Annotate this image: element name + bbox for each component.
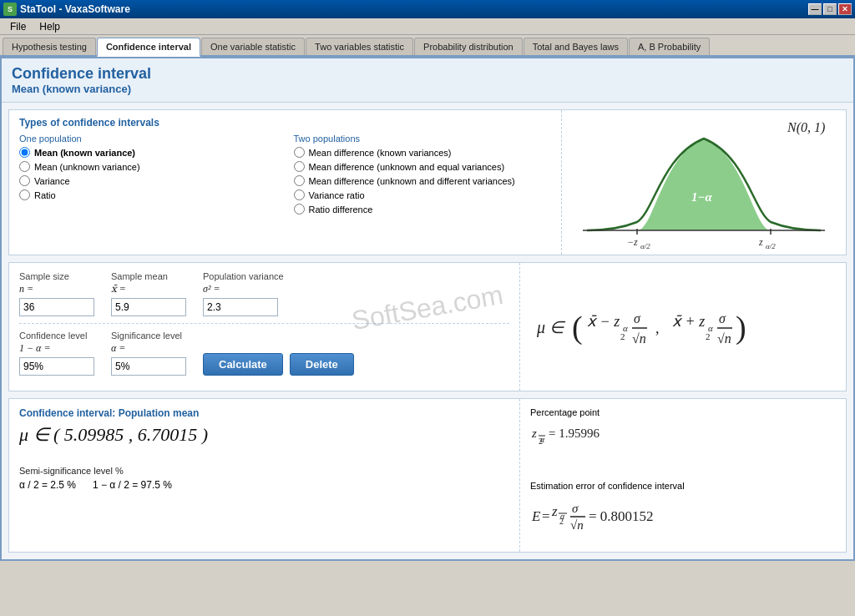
- normal-distribution-chart: N(0, 1) 1−α: [562, 110, 846, 255]
- radio-mean-unknown-variance[interactable]: Mean (unknown variance): [19, 161, 277, 172]
- tab-two-variables[interactable]: Two variables statistic: [306, 38, 413, 55]
- radio-mean-diff-unknown-equal[interactable]: Mean difference (unknown and equal varia…: [294, 161, 552, 172]
- one-minus-alpha-half-value: 1 − α / 2 = 97.5 %: [93, 479, 172, 491]
- alpha-half-value: α / 2 = 2.5 %: [19, 479, 76, 491]
- estimation-error-formula: E = z α 2 σ √n = 0.800152: [530, 496, 836, 543]
- svg-text:x̄ − z: x̄ − z: [587, 313, 620, 330]
- radio-variance[interactable]: Variance: [19, 175, 277, 186]
- tab-one-variable[interactable]: One variable statistic: [201, 38, 305, 55]
- tab-probability-distribution[interactable]: Probability distribution: [414, 38, 523, 55]
- confidence-level-label: Confidence level: [19, 331, 94, 341]
- svg-text:σ: σ: [634, 311, 641, 326]
- svg-text:σ: σ: [572, 502, 579, 515]
- svg-text:σ: σ: [719, 311, 726, 326]
- estimation-error-section: Estimation error of confidence interval …: [530, 481, 836, 543]
- radio-mean-known-variance[interactable]: Mean (known variance): [19, 147, 277, 158]
- radio-ratio-difference[interactable]: Ratio difference: [294, 204, 552, 215]
- radio-mean-diff-known[interactable]: Mean difference (known variances): [294, 147, 552, 158]
- two-populations-title: Two populations: [294, 134, 552, 144]
- svg-text:z: z: [758, 236, 763, 248]
- svg-text:2: 2: [706, 331, 711, 341]
- radio-variance-input[interactable]: [19, 175, 30, 186]
- sample-mean-sublabel: x̄ =: [111, 283, 186, 295]
- radio-mean-diff-known-input[interactable]: [294, 147, 305, 158]
- page-header: Confidence interval Mean (known variance…: [2, 58, 853, 103]
- svg-text:= 0.800152: = 0.800152: [589, 508, 654, 524]
- radio-mean-diff-unknown-equal-label: Mean difference (unknown and equal varia…: [309, 162, 505, 172]
- radio-variance-ratio[interactable]: Variance ratio: [294, 189, 552, 200]
- semi-significance-values: α / 2 = 2.5 % 1 − α / 2 = 97.5 %: [19, 479, 509, 491]
- estimation-error-label: Estimation error of confidence interval: [530, 481, 836, 491]
- svg-text:,: ,: [655, 320, 660, 336]
- svg-text:2: 2: [620, 331, 625, 341]
- svg-text:= 1.95996: = 1.95996: [549, 427, 600, 440]
- significance-level-sublabel: α =: [111, 342, 186, 355]
- delete-button[interactable]: Delete: [290, 353, 354, 376]
- svg-text:x̄ + z: x̄ + z: [672, 313, 705, 330]
- normal-dist-svg: N(0, 1) 1−α: [570, 114, 837, 251]
- results-left: Confidence interval: Population mean μ ∈…: [9, 399, 520, 552]
- svg-text:z: z: [551, 503, 558, 519]
- radio-ratio-label: Ratio: [34, 190, 56, 200]
- close-button[interactable]: ✕: [838, 3, 852, 15]
- menu-help[interactable]: Help: [33, 19, 67, 34]
- population-variance-input[interactable]: [203, 298, 278, 316]
- significance-level-input[interactable]: [111, 357, 186, 376]
- radio-ratio-input[interactable]: [19, 189, 30, 200]
- radio-mean-diff-unknown-diff[interactable]: Mean difference (unknown and different v…: [294, 175, 552, 186]
- svg-text:=: =: [542, 508, 550, 524]
- two-populations-col: Two populations Mean difference (known v…: [294, 134, 552, 218]
- tab-bar: Hypothesis testing Confidence interval O…: [0, 35, 855, 57]
- results-area: Confidence interval: Population mean μ ∈…: [8, 398, 847, 553]
- menu-file[interactable]: File: [3, 19, 33, 34]
- svg-text:N(0, 1): N(0, 1): [787, 120, 825, 135]
- sample-size-input[interactable]: [19, 298, 94, 316]
- svg-text:√n: √n: [717, 331, 731, 346]
- types-left: Types of confidence intervals One popula…: [9, 110, 562, 255]
- radio-variance-ratio-input[interactable]: [294, 189, 305, 200]
- calculate-button[interactable]: Calculate: [203, 353, 283, 376]
- radio-ratio-difference-input[interactable]: [294, 204, 305, 215]
- one-population-title: One population: [19, 134, 277, 144]
- minimize-button[interactable]: —: [808, 3, 822, 15]
- tab-hypothesis-testing[interactable]: Hypothesis testing: [3, 38, 96, 55]
- types-section-title: Types of confidence intervals: [19, 117, 551, 129]
- tab-confidence-interval[interactable]: Confidence interval: [97, 38, 200, 57]
- sample-mean-group: Sample mean x̄ =: [111, 271, 186, 316]
- confidence-level-group: Confidence level 1 − α =: [19, 331, 94, 376]
- radio-ratio[interactable]: Ratio: [19, 189, 277, 200]
- svg-text:E: E: [531, 508, 541, 524]
- svg-text:z: z: [531, 427, 537, 440]
- tab-ab-probability[interactable]: A, B Probability: [629, 38, 710, 55]
- radio-mean-diff-unknown-diff-label: Mean difference (unknown and different v…: [309, 176, 515, 186]
- radio-mean-unknown-variance-input[interactable]: [19, 161, 30, 172]
- svg-text:μ ∈: μ ∈: [536, 318, 566, 337]
- title-bar-controls: — □ ✕: [808, 3, 852, 15]
- population-variance-group: Population variance σ² =: [203, 271, 284, 316]
- results-right: Percentage point z α 2 = 1.95996: [520, 399, 846, 552]
- radio-mean-unknown-variance-label: Mean (unknown variance): [34, 162, 140, 172]
- significance-level-label: Significance level: [111, 331, 186, 341]
- tab-total-bayes[interactable]: Total and Bayes laws: [524, 38, 628, 55]
- button-row: Calculate Delete: [203, 353, 354, 376]
- svg-text:(: (: [572, 310, 583, 346]
- title-bar-title: StaTool - VaxaSoftware: [20, 3, 808, 15]
- confidence-level-sublabel: 1 − α =: [19, 342, 94, 355]
- page-title: Confidence interval: [12, 65, 843, 83]
- percentage-point-label: Percentage point: [530, 407, 836, 417]
- radio-mean-diff-unknown-diff-input[interactable]: [294, 175, 305, 186]
- ci-formula-svg: μ ∈ ( x̄ − z α 2 σ √n , x: [529, 290, 837, 365]
- radio-mean-diff-unknown-equal-input[interactable]: [294, 161, 305, 172]
- radio-columns: One population Mean (known variance) Mea…: [19, 134, 551, 218]
- svg-text:2: 2: [559, 517, 564, 526]
- input-row-2: Confidence level 1 − α = Significance le…: [19, 331, 509, 376]
- menu-bar: File Help: [0, 18, 855, 35]
- radio-mean-known-variance-input[interactable]: [19, 147, 30, 158]
- sample-size-group: Sample size n =: [19, 271, 94, 316]
- maximize-button[interactable]: □: [823, 3, 837, 15]
- radio-variance-ratio-label: Variance ratio: [309, 190, 365, 200]
- svg-text:): ): [736, 310, 746, 346]
- sample-mean-input[interactable]: [111, 298, 186, 316]
- confidence-level-input[interactable]: [19, 357, 94, 376]
- radio-ratio-difference-label: Ratio difference: [309, 204, 373, 215]
